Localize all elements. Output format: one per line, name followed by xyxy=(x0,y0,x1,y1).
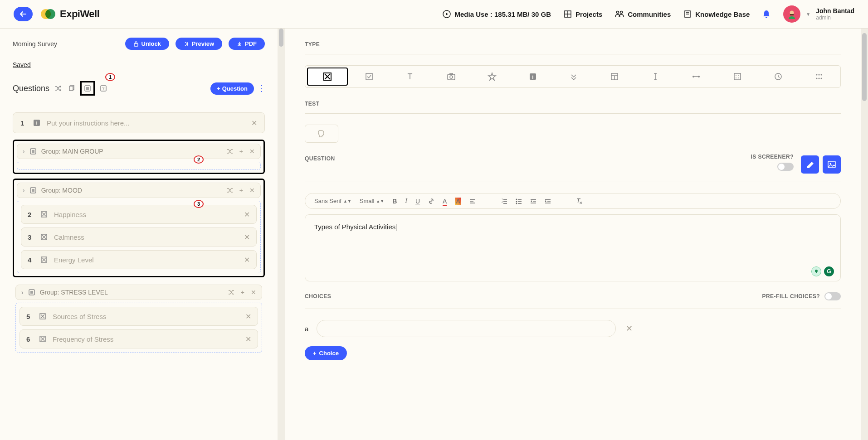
group-add-button[interactable]: + xyxy=(239,148,243,155)
type-text-button[interactable]: T xyxy=(390,68,429,86)
right-scrollbar[interactable] xyxy=(861,29,868,440)
delete-question-button[interactable]: ✕ xyxy=(251,119,257,127)
group-delete-button[interactable]: ✕ xyxy=(249,148,255,155)
bold-button[interactable]: B xyxy=(392,198,397,205)
group-add-button[interactable]: + xyxy=(241,289,244,296)
question-section-header: QUESTION IS SCREENER? xyxy=(305,155,841,174)
type-dropdown-button[interactable] xyxy=(554,68,593,86)
link-button[interactable] xyxy=(428,198,434,204)
grammarly-badge[interactable]: G xyxy=(824,266,834,276)
delete-button[interactable]: ✕ xyxy=(245,335,251,343)
type-cursor-button[interactable] xyxy=(636,68,675,86)
questions-header: Questions ? 1 +Question ⋮ xyxy=(13,81,265,96)
svg-point-90 xyxy=(516,203,517,204)
notifications-button[interactable] xyxy=(762,10,770,19)
type-star-button[interactable] xyxy=(473,68,512,86)
type-slider-button[interactable] xyxy=(677,68,716,86)
group-header[interactable]: › Group: MOOD + ✕ xyxy=(17,183,261,198)
outdent-button[interactable] xyxy=(530,198,536,204)
brain-test-button[interactable] xyxy=(305,125,338,143)
question-text-editor[interactable]: Types of Physical Activities G xyxy=(305,214,841,281)
clear-format-button[interactable]: T✕ xyxy=(576,197,580,205)
nav-knowledge-base[interactable]: Knowledge Base xyxy=(683,10,750,18)
group-delete-button[interactable]: ✕ xyxy=(251,289,256,296)
left-scrollbar[interactable] xyxy=(278,29,285,440)
question-item-1[interactable]: 1 i Put your instructions here... ✕ xyxy=(13,112,265,133)
delete-choice-button[interactable]: ✕ xyxy=(626,324,633,334)
screener-toggle[interactable] xyxy=(777,163,794,171)
unordered-list-button[interactable] xyxy=(516,198,522,204)
back-button[interactable] xyxy=(14,7,33,21)
preview-button[interactable]: Preview xyxy=(176,38,222,50)
underline-button[interactable]: U xyxy=(415,198,420,205)
ordered-list-button[interactable]: 12 xyxy=(501,198,507,204)
indent-button[interactable] xyxy=(545,198,551,204)
prefill-toggle[interactable] xyxy=(824,292,841,300)
type-info-button[interactable]: i xyxy=(513,68,552,86)
svg-point-5 xyxy=(620,11,623,14)
more-menu-button[interactable]: ⋮ xyxy=(258,84,265,92)
add-choice-button[interactable]: +Choice xyxy=(305,346,347,360)
chevron-right-icon[interactable]: › xyxy=(21,289,24,296)
saved-status[interactable]: Saved xyxy=(13,61,31,68)
group-body-empty[interactable] xyxy=(17,162,261,170)
test-label: TEST xyxy=(305,101,841,107)
font-size-select[interactable]: Small ▲▼ xyxy=(360,198,384,204)
group-header[interactable]: › Group: MAIN GROUP + ✕ xyxy=(17,144,261,159)
group-shuffle-button[interactable] xyxy=(227,187,233,193)
media-use[interactable]: Media Use : 185.31 MB/ 30 GB xyxy=(443,10,551,18)
group-main-group: › Group: MAIN GROUP + ✕ 2 xyxy=(13,140,265,174)
unlock-button[interactable]: Unlock xyxy=(125,38,169,50)
delete-button[interactable]: ✕ xyxy=(244,256,250,264)
group-delete-button[interactable]: ✕ xyxy=(249,187,255,194)
header-right: Media Use : 185.31 MB/ 30 GB Projects Co… xyxy=(443,5,854,23)
chevron-right-icon[interactable]: › xyxy=(23,148,25,155)
list-item[interactable]: 6 Frequency of Stress ✕ xyxy=(20,329,258,348)
delete-button[interactable]: ✕ xyxy=(244,210,250,219)
add-question-button[interactable]: +Question xyxy=(210,82,254,95)
help-button[interactable]: ? xyxy=(98,83,108,93)
choice-input-a[interactable] xyxy=(317,320,616,337)
type-matrix-button[interactable] xyxy=(718,68,757,86)
list-item[interactable]: 5 Sources of Stress ✕ xyxy=(20,307,258,326)
left-panel: Morning Survey Unlock Preview PDF Saved … xyxy=(0,29,278,440)
upload-media-button[interactable] xyxy=(801,155,819,174)
type-multichoice-button[interactable] xyxy=(307,68,348,86)
suggestion-badge[interactable] xyxy=(811,266,821,276)
shuffle-button[interactable] xyxy=(53,83,63,93)
delete-button[interactable]: ✕ xyxy=(244,233,250,242)
type-time-button[interactable] xyxy=(759,68,798,86)
font-family-select[interactable]: Sans Serif ▲▼ xyxy=(314,198,351,204)
group-add-button[interactable]: + xyxy=(239,187,243,194)
group-shuffle-button[interactable] xyxy=(228,289,234,295)
group-view-button[interactable] xyxy=(80,81,95,96)
align-button[interactable] xyxy=(469,198,476,204)
user-menu[interactable]: ▼ John Bantad admin xyxy=(783,5,854,23)
list-item[interactable]: 2 Happiness ✕ xyxy=(21,205,257,224)
ul-icon xyxy=(516,198,522,204)
type-checkbox-button[interactable] xyxy=(350,68,389,86)
avatar-face-icon xyxy=(786,8,798,20)
bulb-icon xyxy=(814,269,819,274)
group-header[interactable]: › Group: STRESS LEVEL + ✕ xyxy=(15,285,262,300)
group-shuffle-button[interactable] xyxy=(227,148,233,155)
text-color-button[interactable]: A xyxy=(443,198,447,205)
delete-button[interactable]: ✕ xyxy=(245,312,251,321)
annotation-1: 1 xyxy=(105,73,115,81)
nav-projects[interactable]: Projects xyxy=(564,10,602,18)
italic-button[interactable]: I xyxy=(405,198,407,205)
logo[interactable]: ExpiWell xyxy=(41,7,99,21)
choice-row-a: a ✕ xyxy=(305,320,841,337)
copy-button[interactable] xyxy=(67,83,77,93)
type-grid-button[interactable] xyxy=(595,68,634,86)
nav-communities[interactable]: Communities xyxy=(615,10,671,18)
list-item[interactable]: 3 Calmness ✕ xyxy=(21,227,257,247)
image-button[interactable] xyxy=(823,155,841,174)
group-label: Group: MAIN GROUP xyxy=(41,148,220,155)
type-dots-button[interactable] xyxy=(800,68,839,86)
chevron-right-icon[interactable]: › xyxy=(23,187,25,194)
type-photo-button[interactable] xyxy=(431,68,470,86)
highlight-button[interactable]: A xyxy=(455,198,461,205)
pdf-button[interactable]: PDF xyxy=(229,38,265,50)
list-item[interactable]: 4 Energy Level ✕ xyxy=(21,250,257,269)
